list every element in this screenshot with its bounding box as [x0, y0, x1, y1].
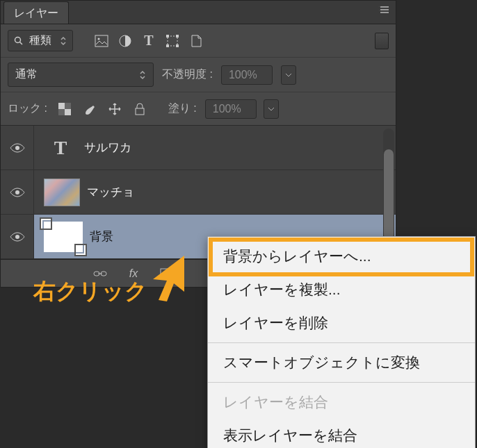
blend-mode-value: 通常: [15, 67, 38, 82]
layer-name: 背景: [90, 229, 113, 244]
chevron-updown-icon: [139, 70, 146, 80]
visibility-toggle[interactable]: [1, 215, 34, 258]
svg-point-15: [15, 146, 19, 150]
eye-icon: [10, 143, 25, 153]
menu-background-to-layer[interactable]: 背景からレイヤーへ...: [208, 240, 475, 273]
menu-convert-smart-object[interactable]: スマートオブジェクトに変換: [208, 346, 475, 379]
mask-icon[interactable]: [158, 265, 176, 283]
layers-tab[interactable]: レイヤー: [3, 1, 69, 24]
filter-type-dropdown[interactable]: 種類: [8, 30, 73, 51]
right-click-annotation: 右クリック: [33, 276, 147, 307]
svg-point-0: [15, 37, 21, 42]
menu-merge-layers: レイヤーを結合: [208, 385, 475, 419]
layer-thumb-background: [44, 222, 83, 252]
svg-rect-9: [176, 44, 179, 47]
eye-icon: [10, 188, 25, 197]
menu-separator: [208, 342, 475, 343]
filter-toggle[interactable]: [375, 33, 389, 49]
scrollbar-thumb[interactable]: [384, 149, 394, 240]
visibility-toggle[interactable]: [1, 126, 34, 169]
lock-move-icon[interactable]: [106, 100, 124, 118]
eye-icon: [10, 232, 25, 242]
chevron-updown-icon: [60, 36, 67, 46]
layer-thumb-image: [44, 179, 80, 206]
search-icon: [14, 36, 24, 46]
layer-row[interactable]: T サルワカ: [1, 126, 396, 170]
lock-label: ロック :: [8, 101, 47, 116]
visibility-toggle[interactable]: [1, 170, 34, 214]
svg-rect-14: [136, 108, 144, 115]
svg-point-17: [15, 235, 19, 239]
lock-row: ロック : 塗り : 100%: [1, 92, 396, 126]
svg-rect-13: [58, 109, 65, 115]
filter-label: 種類: [29, 33, 51, 48]
panel-menu-icon[interactable]: [379, 5, 391, 15]
blend-mode-dropdown[interactable]: 通常: [8, 63, 154, 87]
menu-duplicate-layer[interactable]: レイヤーを複製...: [208, 273, 475, 306]
fill-flyout[interactable]: [264, 99, 279, 119]
svg-line-1: [20, 42, 23, 44]
layer-name: マッチョ: [87, 184, 134, 200]
svg-rect-12: [65, 103, 71, 109]
filter-shape-icon[interactable]: [163, 32, 181, 50]
blend-row: 通常 不透明度 : 100%: [1, 58, 396, 92]
filter-smart-icon[interactable]: [187, 32, 205, 50]
svg-rect-5: [168, 36, 177, 46]
svg-rect-7: [176, 35, 179, 38]
context-menu: 背景からレイヤーへ... レイヤーを複製... レイヤーを削除 スマートオブジェ…: [207, 236, 476, 448]
fill-label: 塗り :: [168, 101, 197, 116]
svg-rect-11: [65, 109, 71, 115]
svg-point-16: [15, 190, 19, 194]
layer-row[interactable]: マッチョ: [1, 170, 396, 215]
lock-transparent-icon[interactable]: [56, 100, 74, 118]
menu-merge-visible[interactable]: 表示レイヤーを結合: [208, 419, 475, 448]
svg-point-22: [164, 271, 170, 276]
panel-tab-row: レイヤー: [1, 1, 396, 24]
layer-name: サルワカ: [84, 140, 131, 156]
menu-delete-layer[interactable]: レイヤーを削除: [208, 306, 475, 340]
menu-separator: [208, 382, 475, 383]
opacity-input[interactable]: 100%: [221, 65, 273, 85]
filter-pixel-icon[interactable]: [92, 32, 111, 50]
layer-thumb-text: T: [47, 134, 74, 162]
lock-paint-icon[interactable]: [81, 100, 99, 118]
lock-all-icon[interactable]: [131, 100, 149, 118]
filter-row: 種類 T: [1, 24, 396, 58]
opacity-flyout[interactable]: [281, 65, 296, 85]
opacity-label: 不透明度 :: [162, 67, 213, 82]
fill-input[interactable]: 100%: [205, 99, 257, 119]
filter-adjust-icon[interactable]: [116, 32, 134, 50]
svg-rect-8: [166, 44, 169, 47]
svg-rect-2: [95, 35, 108, 47]
svg-point-3: [98, 38, 100, 40]
svg-rect-10: [58, 103, 65, 109]
filter-text-icon[interactable]: T: [140, 32, 158, 50]
svg-rect-6: [166, 35, 169, 38]
